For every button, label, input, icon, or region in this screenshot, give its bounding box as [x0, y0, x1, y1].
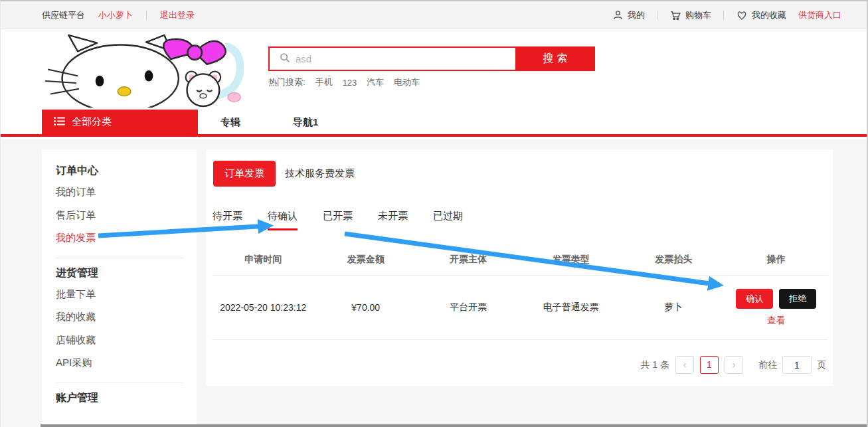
sidebar: 订单中心 我的订单 售后订单 我的发票 进货管理 批量下单 我的收藏 店铺收藏 …: [42, 149, 197, 427]
my-account-link[interactable]: 我的: [612, 9, 645, 21]
col-apply-time: 申请时间: [212, 254, 315, 266]
action-buttons: 确认 拒绝: [736, 289, 816, 309]
tab-issued[interactable]: 已开票: [323, 210, 353, 230]
goto-label: 前往: [758, 359, 777, 371]
invoice-type-tabs: 订单发票 技术服务费发票: [213, 161, 827, 187]
main-nav: 全部分类 专辑 导航1: [1, 110, 867, 137]
hot-search-item[interactable]: 手机: [315, 76, 333, 88]
platform-title: 供应链平台: [42, 9, 85, 21]
all-categories-button[interactable]: 全部分类: [42, 110, 198, 134]
content-area: 订单中心 我的订单 售后订单 我的发票 进货管理 批量下单 我的收藏 店铺收藏 …: [1, 139, 867, 427]
hot-search-item[interactable]: 汽车: [367, 76, 384, 88]
header: 搜索 热门搜索: 手机 123 汽车 电动车: [1, 30, 867, 110]
search-box: [268, 46, 515, 71]
heart-icon: [736, 9, 748, 21]
user-icon: [612, 9, 624, 21]
nav-item-nav1[interactable]: 导航1: [293, 110, 318, 134]
cell-invoice-type: 电子普通发票: [520, 301, 623, 313]
table-header: 申请时间 发票金额 开票主体 发票类型 发票抬头 操作: [212, 246, 827, 276]
tab-expired[interactable]: 已过期: [433, 210, 463, 230]
reject-button[interactable]: 拒绝: [779, 289, 816, 309]
tab-tech-service-invoice[interactable]: 技术服务费发票: [285, 167, 355, 180]
hot-search-item[interactable]: 123: [343, 78, 357, 88]
prev-page-button[interactable]: ‹: [675, 356, 694, 374]
cat-logo-image: [42, 33, 260, 108]
hot-search-item[interactable]: 电动车: [394, 76, 420, 88]
horizontal-scrollbar[interactable]: [41, 424, 867, 427]
nav-item-album[interactable]: 专辑: [220, 110, 240, 134]
table-row: 2022-05-20 10:23:12 ¥70.00 平台开票 电子普通发票 萝…: [212, 276, 827, 340]
cell-actions: 确认 拒绝 查看: [725, 289, 828, 327]
search-icon: [279, 52, 290, 66]
hot-search-row: 热门搜索: 手机 123 汽车 电动车: [268, 76, 420, 88]
pagination: 共 1 条 ‹ 1 › 前往 页: [212, 356, 826, 374]
tab-pending-confirm[interactable]: 待确认: [268, 210, 298, 230]
goto-page-input[interactable]: [782, 356, 812, 374]
page-suffix-label: 页: [817, 359, 826, 371]
divider: [56, 383, 183, 383]
sidebar-group-account: 账户管理: [56, 391, 197, 405]
total-count-label: 共 1 条: [640, 359, 669, 371]
category-list-icon: [54, 116, 65, 128]
cart-link[interactable]: 购物车: [669, 9, 711, 21]
search-input[interactable]: [296, 53, 515, 64]
col-actions: 操作: [725, 254, 828, 266]
sidebar-item-my-favorites[interactable]: 我的收藏: [56, 305, 197, 329]
cart-icon: [669, 9, 681, 21]
sidebar-item-api-purchase[interactable]: API采购: [56, 351, 197, 375]
col-issuer: 开票主体: [417, 254, 520, 266]
divider: [657, 11, 657, 20]
favorites-link[interactable]: 我的收藏: [736, 9, 786, 21]
divider: [56, 258, 183, 258]
sidebar-item-shop-favorites[interactable]: 店铺收藏: [56, 329, 197, 352]
confirm-button[interactable]: 确认: [736, 289, 773, 309]
topbar: 供应链平台 小小萝卜 退出登录 我的 购物车 我的收藏 供货商入口: [1, 1, 867, 29]
my-account-label: 我的: [628, 9, 645, 21]
supplier-entry-link[interactable]: 供货商入口: [798, 9, 841, 21]
sidebar-item-aftersale-orders[interactable]: 售后订单: [56, 204, 197, 227]
invoice-panel: 订单发票 技术服务费发票 待开票 待确认 已开票 未开票 已过期 申请时间 发票…: [206, 149, 833, 386]
search-bar: 搜索: [268, 46, 595, 71]
col-invoice-type: 发票类型: [520, 254, 623, 266]
all-categories-label: 全部分类: [72, 116, 112, 128]
goto-page-group: 前往 页: [758, 356, 826, 374]
view-link[interactable]: 查看: [767, 315, 786, 327]
tab-pending-issue[interactable]: 待开票: [213, 210, 242, 230]
tab-order-invoice[interactable]: 订单发票: [213, 161, 276, 187]
cell-invoice-title: 萝卜: [622, 301, 725, 313]
sidebar-group-order-center: 订单中心: [56, 164, 197, 178]
cell-amount: ¥70.00: [315, 302, 418, 313]
tab-not-issued[interactable]: 未开票: [378, 210, 408, 230]
col-invoice-title: 发票抬头: [622, 254, 725, 266]
favorites-label: 我的收藏: [752, 9, 786, 21]
cell-issuer: 平台开票: [417, 301, 520, 313]
hot-search-label: 热门搜索:: [268, 76, 305, 88]
invoice-table: 申请时间 发票金额 开票主体 发票类型 发票抬头 操作 2022-05-20 1…: [212, 246, 827, 340]
cart-label: 购物车: [685, 9, 711, 21]
sidebar-item-bulk-order[interactable]: 批量下单: [56, 283, 197, 306]
next-page-button[interactable]: ›: [725, 356, 743, 374]
divider: [146, 11, 147, 20]
sidebar-item-my-invoices[interactable]: 我的发票: [56, 226, 197, 250]
sidebar-item-my-orders[interactable]: 我的订单: [56, 181, 197, 204]
logout-link[interactable]: 退出登录: [160, 9, 195, 21]
page-1-button[interactable]: 1: [700, 356, 719, 374]
cell-apply-time: 2022-05-20 10:23:12: [212, 302, 315, 313]
site-logo[interactable]: [42, 33, 260, 108]
sidebar-group-purchase: 进货管理: [56, 266, 197, 280]
invoice-status-tabs: 待开票 待确认 已开票 未开票 已过期: [213, 210, 827, 230]
username-link[interactable]: 小小萝卜: [98, 9, 133, 21]
page: 供应链平台 小小萝卜 退出登录 我的 购物车 我的收藏 供货商入口: [0, 0, 868, 427]
divider: [723, 11, 724, 20]
col-amount: 发票金额: [315, 254, 418, 266]
search-button[interactable]: 搜索: [515, 46, 595, 71]
